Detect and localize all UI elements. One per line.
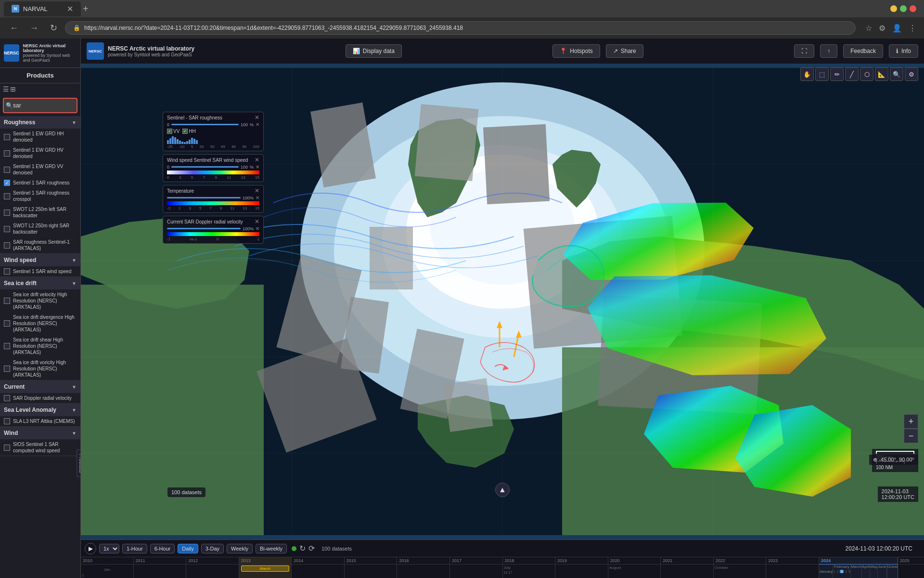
- search-bar[interactable]: 🔍 ✕ + more ✕: [3, 98, 77, 113]
- share-button[interactable]: ↗ Share: [606, 44, 643, 58]
- hh-checkbox[interactable]: ✓: [182, 129, 188, 134]
- product-checkbox-sla[interactable]: [4, 418, 10, 424]
- roughness-layer-close[interactable]: ✕: [255, 114, 259, 121]
- back-button[interactable]: ←: [6, 21, 22, 35]
- product-item-ice-velocity[interactable]: Sea ice drift velocity High Resolution (…: [0, 289, 80, 312]
- info-button[interactable]: ℹ Info: [889, 44, 918, 58]
- temp-layer-close[interactable]: ✕: [255, 187, 259, 194]
- product-checkbox-swot-left[interactable]: [4, 210, 10, 216]
- product-item-sar-roughness-crosspol[interactable]: Sentinel 1 SAR roughness crosspol: [0, 188, 80, 204]
- bookmark-button[interactable]: ☆: [863, 22, 874, 35]
- new-tab-button[interactable]: +: [83, 3, 89, 14]
- time-step-3day[interactable]: 3-Day: [201, 544, 224, 553]
- category-current-header[interactable]: Current ▼: [0, 381, 80, 393]
- time-step-1hour[interactable]: 1-Hour: [122, 544, 147, 553]
- url-bar[interactable]: 🔒 https://narval.nersc.no/?date=2024-11-…: [65, 21, 856, 35]
- refresh-button[interactable]: ↻: [299, 544, 306, 553]
- current-toggle-button[interactable]: ✕: [256, 226, 259, 231]
- current-opacity-slider[interactable]: [167, 228, 241, 229]
- play-button[interactable]: ▶: [85, 543, 96, 554]
- category-wind-header[interactable]: Wind ▼: [0, 427, 80, 439]
- product-item-ice-shear[interactable]: Sea ice drift shear High Resolution (NER…: [0, 335, 80, 357]
- zoom-in-button[interactable]: +: [904, 414, 918, 429]
- product-checkbox-swot-right[interactable]: [4, 226, 10, 232]
- expand-button[interactable]: ⛶: [794, 44, 814, 58]
- product-checkbox-sar-roughness-crosspol[interactable]: [4, 193, 10, 199]
- product-checkbox-arktalas[interactable]: [4, 242, 10, 249]
- product-item-arktalas[interactable]: SAR roughness Sentinel-1 (ARKTALAS): [0, 237, 80, 253]
- product-item-sios-wind[interactable]: SIOS Sentinel 1 SAR computed wind speed: [0, 439, 80, 456]
- zoom-out-button[interactable]: −: [904, 429, 918, 443]
- reload-button[interactable]: ↻: [46, 21, 61, 35]
- wind-toggle-button[interactable]: ✕: [256, 164, 259, 170]
- close-button[interactable]: [910, 5, 916, 12]
- tab-close-button[interactable]: ✕: [67, 4, 73, 13]
- select-tool-button[interactable]: ⬚: [815, 67, 829, 81]
- product-item-sar-roughness[interactable]: Sentinel 1 SAR roughness: [0, 178, 80, 188]
- menu-button[interactable]: ⋮: [907, 22, 918, 35]
- product-checkbox-ice-shear[interactable]: [4, 343, 10, 349]
- product-checkbox-vv[interactable]: [4, 167, 10, 173]
- roughness-opacity-slider[interactable]: [171, 124, 239, 125]
- search-location-button[interactable]: 🔍: [890, 67, 903, 81]
- product-checkbox-doppler[interactable]: [4, 395, 10, 401]
- category-sla-header[interactable]: Sea Level Anomaly ▼: [0, 404, 80, 416]
- polygon-tool-button[interactable]: ⬡: [860, 67, 873, 81]
- line-tool-button[interactable]: ╱: [845, 67, 859, 81]
- product-checkbox-sar-roughness[interactable]: [4, 180, 10, 186]
- vv-checkbox[interactable]: ✓: [167, 129, 172, 134]
- product-item-ice-voricity[interactable]: Sea ice drift voricity High Resolution (…: [0, 357, 80, 380]
- time-step-daily[interactable]: Daily: [178, 544, 198, 553]
- category-sea-ice-drift-header[interactable]: Sea ice drift ▼: [0, 277, 80, 289]
- arctic-map[interactable]: Sentinel - SAR roughness ✕ 0 100 % ✕ ✓ V…: [81, 64, 924, 539]
- time-step-biweekly[interactable]: Bi-weekly: [256, 544, 287, 553]
- minimize-button[interactable]: [890, 5, 897, 12]
- product-checkbox-ice-velocity[interactable]: [4, 298, 10, 304]
- time-step-6hour[interactable]: 6-Hour: [150, 544, 175, 553]
- product-item-swot-right[interactable]: SWOT L2 250m right SAR backscatter: [0, 221, 80, 237]
- measure-tool-button[interactable]: 📐: [875, 67, 888, 81]
- product-item-sla[interactable]: SLA L3 NRT Altika (CMEMS): [0, 416, 80, 426]
- product-item-doppler[interactable]: SAR Doppler radial velocity: [0, 393, 80, 403]
- product-checkbox-hv[interactable]: [4, 150, 10, 157]
- product-item-hv[interactable]: Sentinel 1 EW GRD HV denoised: [0, 145, 80, 161]
- draw-tool-button[interactable]: ✏: [830, 67, 844, 81]
- category-roughness-header[interactable]: Roughness ▼: [0, 116, 80, 129]
- product-checkbox-sios-wind[interactable]: [4, 445, 10, 451]
- current-layer-close[interactable]: ✕: [255, 218, 259, 225]
- search-input[interactable]: [13, 102, 81, 109]
- extensions-button[interactable]: ⚙: [877, 22, 887, 35]
- temp-opacity-slider[interactable]: [167, 197, 241, 198]
- product-checkbox-ice-voricity[interactable]: [4, 366, 10, 372]
- time-step-weekly[interactable]: Weekly: [227, 544, 253, 553]
- loop-button[interactable]: ⟳: [308, 544, 315, 553]
- settings-tool-button[interactable]: ⚙: [905, 67, 918, 81]
- hotspots-button[interactable]: 📍 Hotspots: [552, 44, 600, 58]
- product-checkbox-hh[interactable]: [4, 134, 10, 140]
- sidebar-grid-icon[interactable]: ⊞: [10, 85, 16, 93]
- sidebar-layers-icon[interactable]: ☰: [3, 85, 9, 93]
- product-item-ice-divergence[interactable]: Sea ice drift divergence High Resolution…: [0, 312, 80, 335]
- roughness-toggle-button[interactable]: ✕: [256, 122, 259, 127]
- map-area[interactable]: NERSC NERSC Arctic virtual laboratory po…: [81, 39, 924, 578]
- product-item-vv[interactable]: Sentinel 1 EW GRD VV denoised: [0, 161, 80, 178]
- speed-select[interactable]: 1x: [99, 544, 119, 553]
- forward-button[interactable]: →: [26, 21, 42, 35]
- wind-layer-close[interactable]: ✕: [255, 157, 259, 163]
- category-wind-speed-header[interactable]: Wind speed ▼: [0, 254, 80, 266]
- profile-button[interactable]: 👤: [890, 22, 904, 35]
- products-tab[interactable]: Products: [77, 449, 81, 477]
- active-tab[interactable]: N NARVAL ✕: [4, 1, 81, 16]
- display-data-button[interactable]: 📊 Display data: [346, 44, 402, 58]
- feedback-button[interactable]: Feedback: [843, 44, 883, 58]
- maximize-button[interactable]: [900, 5, 907, 12]
- share2-button[interactable]: ↑: [820, 44, 837, 58]
- timeline-ruler[interactable]: 2010 Jan 1 2011 2: [81, 557, 924, 578]
- product-item-hh[interactable]: Sentinel 1 EW GRD HH denoised: [0, 129, 80, 145]
- wind-opacity-slider[interactable]: [171, 166, 239, 168]
- product-checkbox-s1-wind[interactable]: [4, 268, 10, 275]
- center-map-button[interactable]: ▲: [495, 483, 510, 497]
- product-checkbox-ice-divergence[interactable]: [4, 320, 10, 327]
- product-item-s1-wind[interactable]: Sentinel 1 SAR wind speed: [0, 266, 80, 276]
- temp-toggle-button[interactable]: ✕: [256, 195, 259, 200]
